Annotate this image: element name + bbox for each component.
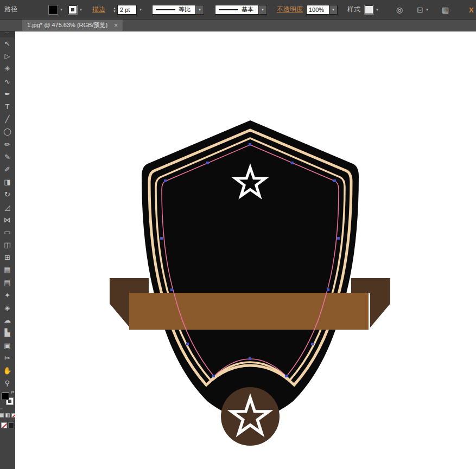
- stroke-weight-stepper[interactable]: ▲ ▼: [113, 7, 116, 13]
- chevron-down-icon[interactable]: ▾: [258, 5, 266, 14]
- anchor-point[interactable]: [212, 375, 215, 377]
- anchor-point[interactable]: [285, 375, 288, 377]
- stroke-weight-input[interactable]: 2 pt: [117, 5, 137, 15]
- anchor-point[interactable]: [327, 288, 329, 291]
- paintbrush-tool[interactable]: ✏: [1, 138, 15, 151]
- anchor-point[interactable]: [337, 237, 340, 240]
- anchor-point[interactable]: [291, 162, 294, 164]
- mesh-tool[interactable]: ▦: [1, 264, 15, 276]
- artboard-tool[interactable]: ▣: [1, 339, 15, 352]
- dark-swatch[interactable]: [8, 422, 14, 428]
- control-bar: 路径 ▾ ▾ 描边 ▲ ▼ 2 pt ▾ 等比 ▾ 基本 ▾ 不透明度 100%…: [0, 0, 476, 20]
- fill-color-box[interactable]: [2, 393, 9, 400]
- chevron-down-icon[interactable]: ▾: [195, 5, 204, 14]
- width-tool[interactable]: ⋈: [1, 214, 15, 226]
- anchor-point[interactable]: [186, 343, 189, 345]
- free-transform-tool[interactable]: ▭: [1, 226, 15, 239]
- default-colors-icon[interactable]: ▪▫: [1, 407, 3, 410]
- line-segment-tool-icon: ╱: [5, 115, 10, 123]
- graphic-style-control[interactable]: ▾: [365, 5, 380, 14]
- rotate-tool[interactable]: ↻: [1, 188, 15, 201]
- color-button[interactable]: [0, 413, 4, 417]
- scale-tool[interactable]: ◿: [1, 201, 15, 213]
- chevron-down-icon[interactable]: ▾: [424, 8, 430, 12]
- chevron-down-icon[interactable]: ▾: [329, 5, 337, 14]
- chevron-down-icon[interactable]: ▾: [59, 8, 64, 12]
- anchor-point[interactable]: [249, 357, 251, 360]
- pen-tool[interactable]: ✒: [1, 88, 15, 100]
- toolbar-collapse-button[interactable]: ˆˆ: [0, 31, 15, 37]
- stroke-color-swatch[interactable]: [68, 5, 77, 14]
- swap-colors-icon[interactable]: ⇄: [11, 390, 15, 395]
- artboard-tool-icon: ▣: [4, 342, 10, 349]
- canvas[interactable]: [15, 31, 476, 469]
- gradient-tool[interactable]: ▤: [1, 277, 15, 289]
- shape-builder-tool[interactable]: ◫: [1, 239, 15, 251]
- opacity-value: 100%: [307, 7, 329, 13]
- stroke-panel-link[interactable]: 描边: [92, 5, 105, 14]
- perspective-grid-tool[interactable]: ⊞: [1, 251, 15, 264]
- direct-selection-tool[interactable]: ▷: [1, 50, 15, 62]
- anchor-point[interactable]: [160, 237, 163, 240]
- free-transform-tool-icon: ▭: [4, 229, 10, 236]
- zoom-tool[interactable]: ⚲: [1, 377, 15, 389]
- hand-tool[interactable]: ✋: [1, 364, 15, 377]
- mesh-tool-icon: ▦: [4, 266, 10, 273]
- anchor-point[interactable]: [206, 162, 209, 164]
- chevron-down-icon[interactable]: ▾: [138, 8, 143, 12]
- anchor-point[interactable]: [164, 179, 167, 182]
- magic-wand-tool[interactable]: ✳: [1, 62, 15, 75]
- symbol-sprayer-tool[interactable]: ☁: [1, 314, 15, 326]
- graphic-style-swatch[interactable]: [365, 5, 373, 14]
- style-label: 样式: [347, 5, 360, 14]
- anchor-point[interactable]: [249, 143, 251, 146]
- eyedropper-tool-icon: ✦: [4, 292, 10, 299]
- lasso-tool[interactable]: ∿: [1, 75, 15, 88]
- pencil-tool[interactable]: ✎: [1, 151, 15, 163]
- selection-tool[interactable]: ↖: [1, 37, 15, 50]
- width-profile-value: 等比: [179, 5, 195, 14]
- column-graph-tool[interactable]: ▙: [1, 326, 15, 339]
- gradient-button[interactable]: [5, 413, 10, 417]
- document-tab[interactable]: 1.jpg* @ 475.63% (RGB/预览) ×: [22, 20, 123, 31]
- ellipse-tool-icon: ◯: [3, 128, 11, 135]
- document-tab-title: 1.jpg* @ 475.63% (RGB/预览): [27, 21, 107, 29]
- blend-tool[interactable]: ◈: [1, 301, 15, 314]
- chevron-down-icon[interactable]: ▾: [78, 8, 84, 12]
- brush-stroke-line-icon: [219, 9, 238, 10]
- chevron-down-icon[interactable]: ▾: [375, 8, 380, 12]
- recolor-artwork-icon[interactable]: ◎: [396, 6, 403, 14]
- zoom-tool-icon: ⚲: [5, 380, 10, 387]
- transform-icon[interactable]: ⊡: [417, 6, 423, 14]
- workspace-grid-icon[interactable]: ▦: [442, 6, 449, 14]
- eyedropper-tool[interactable]: ✦: [1, 289, 15, 301]
- line-segment-tool[interactable]: ╱: [1, 113, 15, 125]
- brush-definition-value: 基本: [242, 5, 258, 14]
- opacity-combo[interactable]: 100% ▾: [306, 5, 338, 15]
- none-swatch[interactable]: [1, 422, 7, 428]
- spin-down-icon[interactable]: ▼: [113, 10, 116, 13]
- close-icon[interactable]: ×: [114, 22, 118, 29]
- opacity-panel-link[interactable]: 不透明度: [277, 5, 303, 14]
- type-tool[interactable]: T: [1, 100, 15, 113]
- magic-wand-tool-icon: ✳: [4, 65, 10, 72]
- stroke-color-control[interactable]: ▾: [68, 5, 84, 14]
- rotate-tool-icon: ↻: [4, 191, 10, 198]
- brush-definition-combo[interactable]: 基本 ▾: [215, 5, 267, 15]
- width-profile-combo[interactable]: 等比 ▾: [152, 5, 204, 15]
- eraser-tool[interactable]: ◨: [1, 176, 15, 188]
- anchor-point[interactable]: [333, 179, 336, 182]
- type-tool-icon: T: [5, 103, 10, 110]
- fill-color-swatch[interactable]: [49, 5, 58, 14]
- fill-color-control[interactable]: ▾: [49, 5, 64, 14]
- paint-mode-row: [0, 413, 16, 417]
- anchor-point[interactable]: [170, 288, 173, 291]
- anchor-point[interactable]: [311, 343, 314, 345]
- pen-tool-icon: ✒: [4, 91, 10, 98]
- blob-brush-tool[interactable]: ✐: [1, 163, 15, 176]
- transform-control[interactable]: ⊡ ▾: [417, 6, 430, 14]
- ellipse-tool[interactable]: ◯: [1, 125, 15, 138]
- slice-tool[interactable]: ✂: [1, 352, 15, 364]
- ribbon-band[interactable]: [129, 293, 369, 330]
- shape-builder-tool-icon: ◫: [4, 241, 10, 248]
